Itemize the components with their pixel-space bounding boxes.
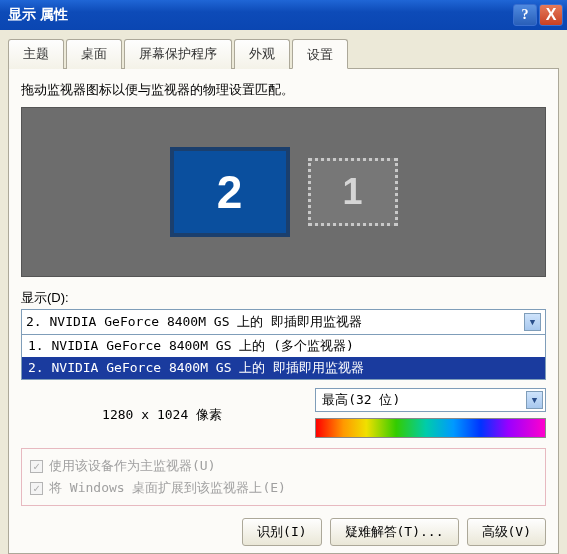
tab-strip: 主题 桌面 屏幕保护程序 外观 设置 [8, 38, 559, 68]
identify-button[interactable]: 识别(I) [242, 518, 321, 546]
checkbox-extend-desktop: ✓ 将 Windows 桌面扩展到该监视器上(E) [30, 477, 537, 499]
close-button[interactable]: X [539, 4, 563, 26]
color-quality-value: 最高(32 位) [322, 391, 400, 409]
tab-appearance[interactable]: 外观 [234, 39, 290, 69]
monitor-2[interactable]: 2 [170, 147, 290, 237]
color-quality-combo[interactable]: 最高(32 位) ▼ [315, 388, 546, 412]
tab-desktop[interactable]: 桌面 [66, 39, 122, 69]
checkmark-icon: ✓ [30, 482, 43, 495]
button-row: 识别(I) 疑难解答(T)... 高级(V) [21, 518, 546, 546]
display-combo-selected: 2. NVIDIA GeForce 8400M GS 上的 即插即用监视器 [26, 313, 362, 331]
checkbox-group: ✓ 使用该设备作为主监视器(U) ✓ 将 Windows 桌面扩展到该监视器上(… [21, 448, 546, 506]
settings-panel: 拖动监视器图标以便与监视器的物理设置匹配。 2 1 显示(D): 2. NVID… [8, 68, 559, 554]
checkmark-icon: ✓ [30, 460, 43, 473]
advanced-button[interactable]: 高级(V) [467, 518, 546, 546]
titlebar[interactable]: 显示 属性 ? X [0, 0, 567, 30]
chevron-down-icon[interactable]: ▼ [526, 391, 543, 409]
color-quality-section: 最高(32 位) ▼ [315, 386, 546, 438]
display-combo-dropdown: 1. NVIDIA GeForce 8400M GS 上的 (多个监视器) 2.… [22, 334, 545, 379]
display-option-1[interactable]: 1. NVIDIA GeForce 8400M GS 上的 (多个监视器) [22, 335, 545, 357]
color-spectrum [315, 418, 546, 438]
checkbox-label: 将 Windows 桌面扩展到该监视器上(E) [49, 479, 286, 497]
tab-screensaver[interactable]: 屏幕保护程序 [124, 39, 232, 69]
monitor-arrangement-area[interactable]: 2 1 [21, 107, 546, 277]
help-button[interactable]: ? [513, 4, 537, 26]
drag-help-text: 拖动监视器图标以便与监视器的物理设置匹配。 [21, 81, 546, 99]
checkbox-label: 使用该设备作为主监视器(U) [49, 457, 215, 475]
window-title: 显示 属性 [8, 6, 68, 24]
resolution-section: 1280 x 1024 像素 [21, 386, 303, 438]
tab-theme[interactable]: 主题 [8, 39, 64, 69]
display-option-2[interactable]: 2. NVIDIA GeForce 8400M GS 上的 即插即用监视器 [22, 357, 545, 379]
dialog-client: 主题 桌面 屏幕保护程序 外观 设置 拖动监视器图标以便与监视器的物理设置匹配。… [0, 30, 567, 554]
chevron-down-icon[interactable]: ▼ [524, 313, 541, 331]
display-combo[interactable]: 2. NVIDIA GeForce 8400M GS 上的 即插即用监视器 ▼ … [21, 309, 546, 380]
display-label: 显示(D): [21, 289, 546, 307]
troubleshoot-button[interactable]: 疑难解答(T)... [330, 518, 459, 546]
resolution-value: 1280 x 1024 像素 [21, 406, 303, 424]
monitor-1[interactable]: 1 [308, 158, 398, 226]
checkbox-primary-monitor: ✓ 使用该设备作为主监视器(U) [30, 455, 537, 477]
tab-settings[interactable]: 设置 [292, 39, 348, 69]
